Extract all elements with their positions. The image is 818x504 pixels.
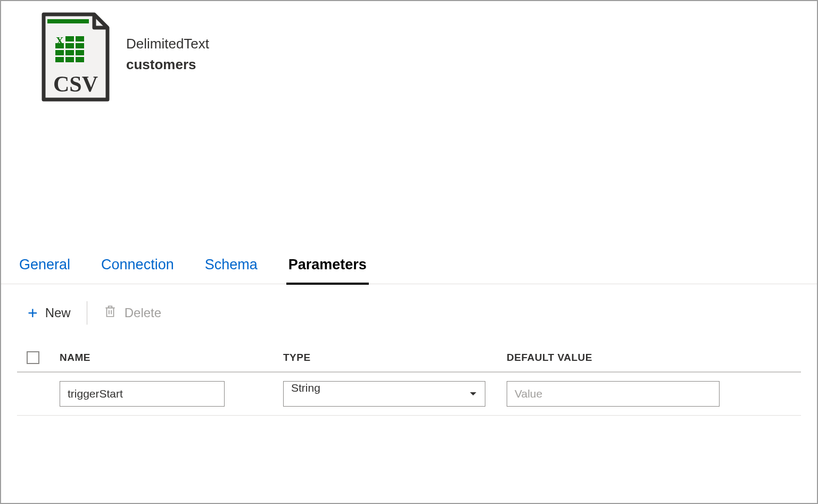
tab-connection[interactable]: Connection: [99, 251, 176, 285]
svg-rect-6: [76, 43, 84, 48]
trash-icon: [103, 304, 117, 321]
svg-rect-7: [55, 50, 64, 55]
table-header: NAME TYPE DEFAULT VALUE: [17, 344, 801, 373]
tab-general[interactable]: General: [17, 251, 72, 285]
csv-file-icon: X CSV: [41, 12, 110, 102]
column-header-name: NAME: [60, 352, 283, 363]
delete-button[interactable]: Delete: [103, 304, 161, 321]
tab-schema[interactable]: Schema: [203, 251, 260, 285]
dataset-info: DelimitedText customers: [126, 12, 209, 73]
tabs-container: General Connection Schema Parameters: [1, 251, 817, 284]
svg-rect-5: [65, 43, 74, 48]
svg-rect-12: [76, 57, 84, 62]
column-header-type: TYPE: [283, 352, 507, 363]
select-all-checkbox[interactable]: [27, 351, 39, 364]
delete-button-label: Delete: [125, 305, 161, 320]
new-button-label: New: [45, 305, 71, 320]
svg-rect-9: [76, 50, 84, 55]
tab-parameters[interactable]: Parameters: [286, 251, 369, 285]
plus-icon: +: [28, 304, 38, 321]
table-row: String: [17, 373, 801, 416]
parameters-toolbar: + New Delete: [1, 284, 817, 344]
parameters-table: NAME TYPE DEFAULT VALUE String: [1, 344, 817, 416]
svg-rect-2: [65, 36, 74, 42]
svg-rect-0: [47, 19, 89, 23]
parameter-name-input[interactable]: [60, 381, 225, 407]
dataset-header-area: X CSV DelimitedText cust: [1, 1, 817, 251]
svg-rect-10: [55, 57, 64, 62]
svg-text:CSV: CSV: [53, 72, 98, 96]
parameter-default-input[interactable]: [507, 381, 720, 407]
dataset-type-label: DelimitedText: [126, 36, 209, 52]
parameter-type-select[interactable]: String: [283, 381, 485, 407]
column-header-default: DEFAULT VALUE: [507, 352, 801, 363]
svg-rect-3: [76, 36, 84, 42]
toolbar-separator: [87, 301, 87, 325]
svg-rect-11: [65, 57, 74, 62]
dataset-header: X CSV DelimitedText cust: [41, 12, 801, 102]
new-button[interactable]: + New: [28, 304, 71, 321]
svg-rect-8: [65, 50, 74, 55]
svg-rect-4: [55, 43, 64, 48]
dataset-name-label: customers: [126, 56, 209, 73]
